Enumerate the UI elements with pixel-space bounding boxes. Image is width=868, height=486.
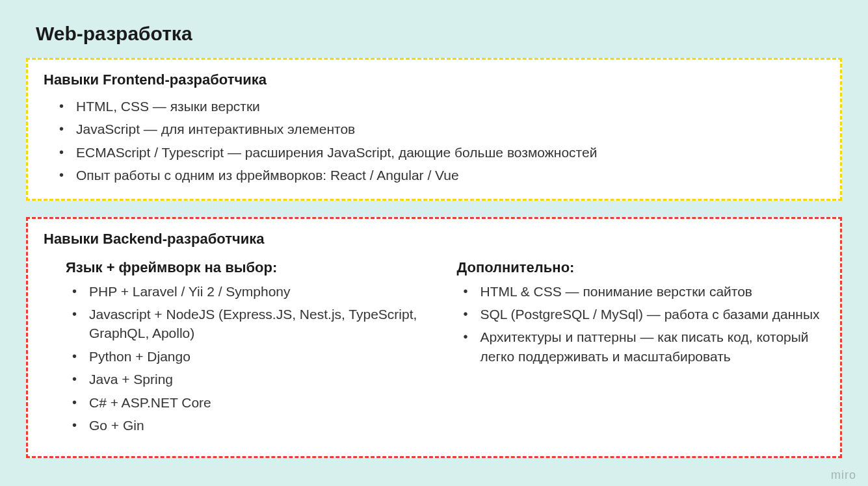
- backend-languages-column: Язык + фреймворк на выбор: PHP + Laravel…: [66, 259, 431, 437]
- frontend-heading: Навыки Frontend-разработчика: [40, 71, 822, 88]
- list-item: SQL (PostgreSQL / MySql) — работа с база…: [474, 303, 822, 326]
- list-item: HTML & CSS — понимание верстки сайтов: [474, 280, 822, 303]
- list-item: PHP + Laravel / Yii 2 / Symphony: [83, 280, 431, 303]
- list-item: Python + Django: [83, 345, 431, 368]
- list-item: Javascript + NodeJS (Express.JS, Nest.js…: [83, 303, 431, 345]
- list-item: Опыт работы с одним из фреймворков: Reac…: [70, 164, 822, 186]
- list-item: Архитектуры и паттерны — как писать код,…: [474, 326, 822, 368]
- backend-extra-column: Дополнительно: HTML & CSS — понимание ве…: [457, 259, 822, 437]
- backend-card: Навыки Backend-разработчика Язык + фрейм…: [26, 217, 842, 459]
- frontend-skill-list: HTML, CSS — языки верстки JavaScript — д…: [40, 95, 822, 187]
- list-item: ECMAScript / Typescript — расширения Jav…: [70, 141, 822, 164]
- backend-heading: Навыки Backend-разработчика: [40, 231, 822, 248]
- backend-extra-list: HTML & CSS — понимание верстки сайтов SQ…: [457, 280, 822, 368]
- backend-languages-heading: Язык + фреймворк на выбор:: [66, 259, 431, 276]
- list-item: HTML, CSS — языки верстки: [70, 95, 822, 118]
- list-item: JavaScript — для интерактивных элементов: [70, 118, 822, 140]
- miro-watermark: miro: [831, 468, 856, 482]
- list-item: Java + Spring: [83, 368, 431, 390]
- backend-columns: Язык + фреймворк на выбор: PHP + Laravel…: [40, 259, 822, 437]
- list-item: C# + ASP.NET Core: [83, 391, 431, 414]
- backend-extra-heading: Дополнительно:: [457, 259, 822, 276]
- frontend-card: Навыки Frontend-разработчика HTML, CSS —…: [26, 58, 842, 201]
- page-title: Web-разработка: [0, 0, 868, 45]
- list-item: Go + Gin: [83, 414, 431, 437]
- backend-languages-list: PHP + Laravel / Yii 2 / Symphony Javascr…: [66, 280, 431, 437]
